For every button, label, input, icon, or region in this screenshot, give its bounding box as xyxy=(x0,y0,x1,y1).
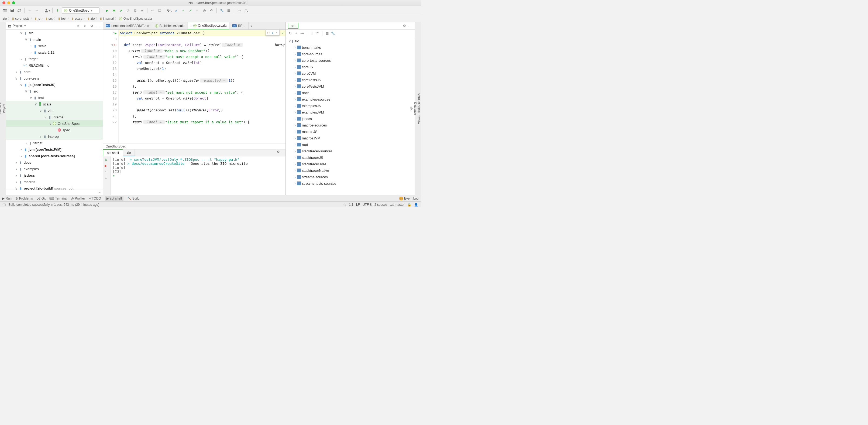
indent-settings[interactable]: 2 spaces xyxy=(374,203,388,207)
code-line[interactable]: test( label = "set must not accept a nul… xyxy=(119,89,285,95)
sbt-module[interactable]: ›coreTestsJVM xyxy=(286,83,415,90)
bottom-tab-build[interactable]: 🔨Build xyxy=(127,196,140,200)
tree-row[interactable]: ›▮docs xyxy=(6,159,103,165)
vcs-push-icon[interactable]: ↗ xyxy=(187,7,193,13)
zoom-window-icon[interactable] xyxy=(12,1,15,4)
presentation-icon[interactable]: ▭ xyxy=(237,7,242,13)
sbt-module[interactable]: ›macrosJS xyxy=(286,128,415,135)
vcs-update-icon[interactable]: ↙ xyxy=(173,7,179,13)
floating-hint-popup[interactable]: ⬚ ↻ × xyxy=(266,30,280,36)
sbt-module[interactable]: ›streams-sources xyxy=(286,174,415,180)
tree-arrow-icon[interactable]: › xyxy=(20,154,23,158)
sbt-module[interactable]: ›core-sources xyxy=(286,51,415,57)
project-tree[interactable]: ∨▮src∨▮main›▮scala›▮scala-2.12›▮targetMD… xyxy=(6,30,103,189)
tree-arrow-icon[interactable]: ∨ xyxy=(44,115,48,119)
breadcrumb-item[interactable]: ▮zio xyxy=(88,17,95,21)
tree-row[interactable]: ›▮examples xyxy=(6,165,103,172)
sbt-module[interactable]: ›stacktracer-sources xyxy=(286,148,415,154)
tree-arrow-icon[interactable]: ∨ xyxy=(20,83,23,87)
tab-zio[interactable]: zio xyxy=(123,149,135,156)
gutter-line[interactable]: 19 xyxy=(103,101,118,107)
code-line[interactable] xyxy=(119,101,285,107)
bottom-tab-git[interactable]: ⎇Git xyxy=(37,196,45,200)
scroll-end-icon[interactable]: ⤓ xyxy=(104,176,109,180)
bottom-tab-problems[interactable]: ⊘Problems xyxy=(16,196,33,200)
run-icon[interactable]: ▶ xyxy=(104,7,110,13)
box-icon[interactable]: ❒ xyxy=(157,7,162,13)
rerun-icon[interactable]: ↻ xyxy=(104,158,109,162)
sbt-module[interactable]: ›examplesJVM xyxy=(286,109,415,115)
gear-icon[interactable]: ⚙ xyxy=(89,24,94,28)
tree-row[interactable]: ›▮shared [core-tests-sources] xyxy=(6,153,103,159)
tree-row[interactable]: mspec xyxy=(6,127,103,133)
code-line[interactable]: test( label = "set must accept a non-nul… xyxy=(119,54,285,60)
run-configuration-selector[interactable]: o OneShotSpec ▾ xyxy=(62,7,99,14)
tree-row[interactable]: ›▮scala-2.12 xyxy=(6,49,103,56)
breadcrumb-item[interactable]: ▮src xyxy=(45,17,53,21)
inspector-icon[interactable]: 👤 xyxy=(414,203,418,207)
tree-arrow-icon[interactable]: › xyxy=(39,134,42,139)
debug-icon[interactable] xyxy=(111,7,117,13)
tab-sbt-shell[interactable]: sbt shell xyxy=(103,149,123,156)
clock-icon[interactable]: ◷ xyxy=(202,7,207,13)
tree-row[interactable]: ›▮target xyxy=(6,56,103,62)
tree-arrow-icon[interactable]: › xyxy=(14,160,18,164)
settings-icon[interactable]: 🔧 xyxy=(219,7,225,13)
tree-arrow-icon[interactable]: › xyxy=(29,51,33,55)
tree-row[interactable]: ›▮interop xyxy=(6,133,103,140)
sbt-module[interactable]: ›macrosJVM xyxy=(286,135,415,141)
shell-output[interactable]: [info] > coreTestsJVM/testOnly *.ZIOSpec… xyxy=(111,156,285,195)
tree-arrow-icon[interactable]: ∨ xyxy=(39,109,42,113)
back-icon[interactable]: ← xyxy=(27,7,33,13)
vcs-history-icon[interactable]: ↖ xyxy=(194,7,200,13)
event-log-tab[interactable]: 1Event Log xyxy=(399,196,418,200)
debug-attach-icon[interactable]: ⌁ xyxy=(104,170,109,174)
sbt-module[interactable]: ›stacktracerJVM xyxy=(286,161,415,167)
code-line[interactable]: test( label = "isSet must report if a va… xyxy=(119,119,285,125)
hide-icon[interactable]: — xyxy=(96,24,100,28)
gutter-line[interactable]: 10 xyxy=(103,48,118,54)
build-icon[interactable] xyxy=(55,7,61,13)
tree-arrow-icon[interactable]: ∨ xyxy=(24,37,28,41)
gutter-line[interactable]: 8 xyxy=(103,36,118,42)
code-line[interactable] xyxy=(119,71,285,78)
code-line[interactable] xyxy=(119,36,285,42)
tree-row[interactable]: ∨▮test xyxy=(6,94,103,101)
gutter-line[interactable]: 12 xyxy=(103,60,118,65)
bottom-tab-sbt-shell[interactable]: ▶sbt shell xyxy=(105,196,123,201)
sbt-module[interactable]: ›examplesJS xyxy=(286,102,415,109)
hide-icon[interactable]: — xyxy=(408,24,413,28)
tree-arrow-icon[interactable]: › xyxy=(20,57,23,61)
tree-arrow-icon[interactable]: › xyxy=(20,148,23,152)
profile-icon[interactable]: ◷ xyxy=(125,7,131,13)
tree-row[interactable]: ›▮scala xyxy=(6,42,103,49)
gutter-line[interactable]: 9o↑ xyxy=(103,42,118,48)
tree-row[interactable]: ∨▮internal xyxy=(6,114,103,120)
tree-arrow-icon[interactable]: ∨ xyxy=(49,122,52,126)
tree-row[interactable]: ∨oOneShotSpec xyxy=(6,120,103,127)
code-line[interactable]: def spec: ZSpec[Environment, Failure] = … xyxy=(119,42,285,48)
code-editor[interactable]: 7▶89o↑10111213141516171819202122 object … xyxy=(103,30,285,143)
sbt-root[interactable]: ∨▮zio xyxy=(286,38,415,44)
wrench-icon[interactable]: 🔧 xyxy=(331,31,335,36)
side-tab-project[interactable]: Project xyxy=(2,102,6,115)
file-tab[interactable]: MDbenchmarks/README.md xyxy=(103,22,152,29)
concurrency-icon[interactable]: ⧉ xyxy=(132,7,138,13)
bottom-tab-run[interactable]: ▶Run xyxy=(2,196,11,200)
avatar-icon[interactable]: ▾ xyxy=(44,7,50,13)
code-line[interactable]: assert(oneShot.get())(equalTo( expected … xyxy=(119,78,285,83)
search-icon[interactable] xyxy=(243,7,249,13)
line-separator[interactable]: LF xyxy=(356,203,360,207)
file-tab[interactable]: MDRE… xyxy=(229,22,249,29)
tree-arrow-icon[interactable]: › xyxy=(14,70,18,74)
forward-icon[interactable]: → xyxy=(34,7,40,13)
file-encoding[interactable]: UTF-8 xyxy=(363,203,372,207)
tree-row[interactable]: ›▮macros xyxy=(6,179,103,185)
tree-arrow-icon[interactable]: ∨ xyxy=(14,76,18,80)
tree-arrow-icon[interactable]: › xyxy=(14,167,18,171)
git-branch[interactable]: ⎇ master xyxy=(390,203,405,207)
tree-arrow-icon[interactable]: ∨ xyxy=(29,96,33,100)
tree-row[interactable]: ∨▮zio xyxy=(6,107,103,114)
vcs-commit-icon[interactable]: ✓ xyxy=(180,7,186,13)
code-line[interactable]: }, xyxy=(119,83,285,89)
